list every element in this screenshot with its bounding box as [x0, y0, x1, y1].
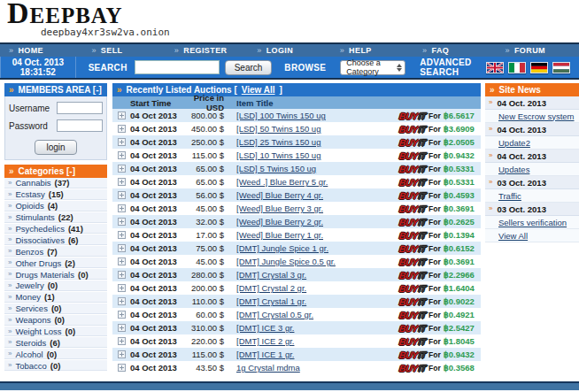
expand-icon[interactable]	[118, 297, 126, 305]
buy-it-button[interactable]: BUYIT	[398, 150, 426, 161]
category-item[interactable]: » Ecstasy (15)	[4, 189, 107, 201]
auction-item-link[interactable]: [DMT] ICE 3 gr.	[236, 323, 294, 333]
buy-it-button[interactable]: BUYIT	[398, 323, 426, 334]
auction-item-link[interactable]: [Weed] Blue Berry 1 gr.	[236, 230, 323, 240]
buy-it-button[interactable]: BUYIT	[398, 243, 426, 254]
category-item[interactable]: » Alcohol (0)	[4, 349, 107, 360]
buy-it-button[interactable]: BUYIT	[398, 190, 426, 201]
buy-it-button[interactable]: BUYIT	[398, 363, 426, 373]
category-item[interactable]: » Weight Loss (0)	[4, 327, 107, 338]
nav-item[interactable]: » SELL	[82, 46, 165, 55]
search-input[interactable]	[135, 60, 220, 74]
auction-item-link[interactable]: [Weed] Blue Berry 4 gr.	[236, 190, 323, 200]
flag-germany-icon[interactable]	[530, 62, 548, 73]
auction-item-link[interactable]: [DMT] Crystal 3 gr.	[236, 270, 306, 280]
news-link[interactable]: Sellers verification	[498, 218, 567, 227]
auction-item-link[interactable]: [LSD] 25 Twins 150 ug	[236, 137, 320, 147]
password-field[interactable]	[57, 119, 103, 132]
category-item[interactable]: » Other Drugs (2)	[4, 257, 107, 269]
news-link[interactable]: Update2	[498, 138, 530, 148]
category-item[interactable]: » Stimulants (22)	[4, 212, 107, 224]
expand-icon[interactable]	[118, 178, 126, 186]
category-item[interactable]: » Benzos (7)	[4, 246, 107, 257]
expand-icon[interactable]	[118, 231, 126, 239]
auction-item-link[interactable]: [Weed] Blue Berry 2 gr.	[236, 217, 323, 227]
expand-icon[interactable]	[118, 111, 126, 119]
auction-item-link[interactable]: [Weed .] Blue Berry 5 gr.	[236, 177, 328, 187]
username-field[interactable]	[57, 102, 103, 114]
auction-item-link[interactable]: [DMT] Jungle Spice 1 gr.	[236, 243, 328, 253]
nav-item[interactable]: » LOGIN	[248, 46, 330, 55]
flag-italy-icon[interactable]	[508, 62, 526, 73]
nav-item[interactable]: » FAQ	[413, 46, 496, 55]
nav-item[interactable]: » HOME	[0, 46, 82, 55]
auction-item-link[interactable]: [DMT] ICE 2 gr.	[236, 336, 294, 346]
category-item[interactable]: » Tobacco (0)	[4, 360, 107, 372]
auction-item-link[interactable]: [DMT] Crystal 2 gr.	[236, 283, 306, 293]
auctions-view-all-link[interactable]: View All	[242, 85, 275, 95]
expand-icon[interactable]	[118, 138, 126, 146]
search-button[interactable]: Search	[225, 60, 273, 75]
expand-icon[interactable]	[118, 151, 126, 159]
buy-it-button[interactable]: BUYIT	[398, 230, 426, 241]
buy-it-button[interactable]: BUYIT	[398, 310, 426, 320]
auction-item-link[interactable]: [DMT] Crystal 0.5 gr.	[236, 310, 313, 319]
expand-icon[interactable]	[118, 324, 126, 332]
buy-it-button[interactable]: BUYIT	[398, 296, 426, 307]
buy-it-button[interactable]: BUYIT	[398, 137, 426, 148]
auction-item-link[interactable]: [DMT] Jungle Spice 0.5 gr.	[236, 257, 336, 266]
news-link[interactable]: Traffic	[498, 191, 521, 201]
expand-icon[interactable]	[118, 257, 126, 265]
expand-icon[interactable]	[118, 284, 126, 292]
flag-hungary-icon[interactable]	[552, 62, 570, 73]
expand-icon[interactable]	[118, 191, 126, 199]
nav-item[interactable]: » HELP	[331, 46, 413, 55]
flag-united-kingdom-icon[interactable]	[486, 62, 504, 73]
category-item[interactable]: » Steroids (6)	[4, 337, 107, 349]
auction-item-link[interactable]: [LSD] 50 Twins 150 ug	[236, 124, 320, 134]
category-item[interactable]: » Jewelry (0)	[4, 281, 107, 292]
category-item[interactable]: » Money (1)	[4, 292, 107, 304]
buy-it-button[interactable]: BUYIT	[398, 257, 426, 267]
buy-it-button[interactable]: BUYIT	[398, 177, 426, 188]
category-item[interactable]: » Weapons (0)	[4, 315, 107, 327]
auction-item-link[interactable]: [LSD] 10 Twins 150 ug	[236, 150, 320, 160]
advanced-search-link[interactable]: ADVANCED SEARCH	[420, 58, 486, 77]
buy-it-button[interactable]: BUYIT	[398, 124, 426, 135]
nav-item[interactable]: » FORUM	[497, 46, 579, 55]
category-item[interactable]: » Dissociatives (6)	[4, 234, 107, 246]
buy-it-button[interactable]: BUYIT	[398, 336, 426, 347]
buy-it-button[interactable]: BUYIT	[398, 217, 426, 227]
auction-item-link[interactable]: 1g Crystal mdma	[236, 363, 300, 373]
expand-icon[interactable]	[118, 165, 126, 173]
buy-it-button[interactable]: BUYIT	[398, 164, 426, 174]
category-select[interactable]: Choose a Category	[340, 60, 405, 75]
expand-icon[interactable]	[118, 271, 126, 279]
buy-it-button[interactable]: BUYIT	[398, 350, 426, 360]
auction-item-link[interactable]: [DMT] ICE 1 gr.	[236, 350, 294, 359]
expand-icon[interactable]	[118, 125, 126, 133]
expand-icon[interactable]	[118, 204, 126, 212]
buy-it-button[interactable]: BUYIT	[398, 270, 426, 281]
expand-icon[interactable]	[118, 311, 126, 319]
expand-icon[interactable]	[118, 364, 126, 372]
buy-it-button[interactable]: BUYIT	[398, 111, 426, 121]
nav-item[interactable]: » REGISTER	[166, 46, 248, 55]
expand-icon[interactable]	[118, 350, 126, 358]
auction-item-link[interactable]: [Weed] Blue Berry 3 gr.	[236, 204, 323, 213]
auction-item-link[interactable]: [DMT] Crystal 1 gr.	[236, 296, 306, 306]
expand-icon[interactable]	[118, 244, 126, 252]
category-item[interactable]: » Drugs Materials (0)	[4, 269, 107, 281]
category-item[interactable]: » Cannabis (37)	[4, 178, 107, 189]
buy-it-button[interactable]: BUYIT	[398, 283, 426, 294]
login-button[interactable]: login	[35, 140, 76, 155]
buy-it-button[interactable]: BUYIT	[398, 204, 426, 214]
auction-item-link[interactable]: [LSD] 100 Twins 150 ug	[236, 111, 326, 120]
news-view-all-link[interactable]: View All	[498, 231, 528, 241]
news-link[interactable]: Updates	[498, 165, 529, 174]
expand-icon[interactable]	[118, 218, 126, 226]
news-link[interactable]: New Escrow system	[498, 111, 575, 121]
category-item[interactable]: » Opioids (4)	[4, 201, 107, 212]
category-item[interactable]: » Services (0)	[4, 304, 107, 315]
auction-item-link[interactable]: [LSD] 5 Twins 150 ug	[236, 164, 316, 173]
